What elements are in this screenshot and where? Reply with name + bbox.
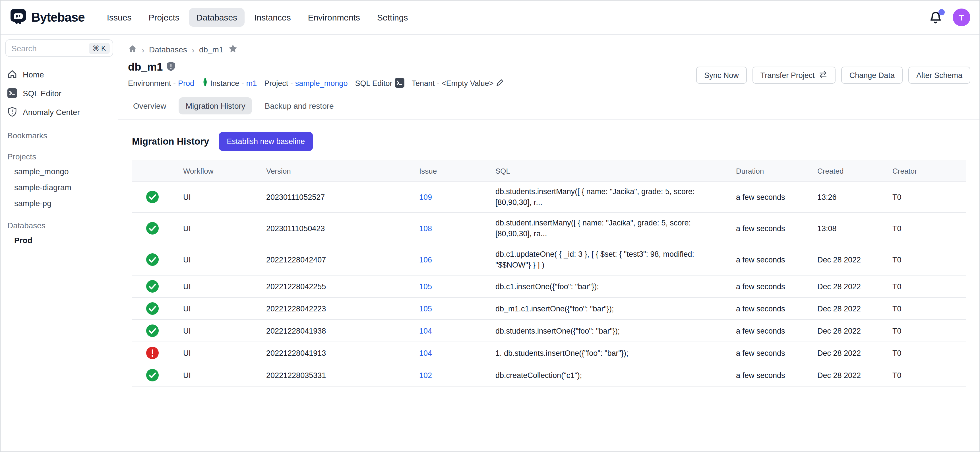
main-content: › Databases › db_m1 db_m1 (118, 35, 980, 452)
instance-link[interactable]: m1 (246, 79, 257, 88)
table-header-row: WorkflowVersionIssueSQLDurationCreatedCr… (132, 161, 966, 182)
version-cell: 20221228042255 (266, 276, 419, 296)
topnav-item-issues[interactable]: Issues (100, 8, 139, 27)
mongodb-leaf-icon (202, 77, 208, 89)
version-cell: 20221228035331 (266, 365, 419, 385)
home-icon (7, 69, 17, 79)
created-cell: Dec 28 2022 (817, 299, 892, 318)
breadcrumb-databases[interactable]: Databases (149, 45, 187, 54)
created-cell: 13:08 (817, 218, 892, 238)
search-input[interactable]: Search ⌘ K (5, 39, 113, 57)
chevron-right-icon: › (142, 45, 145, 54)
sidebar-item-sample-diagram[interactable]: sample-diagram (0, 179, 118, 195)
app-window: Bytebase IssuesProjectsDatabasesInstance… (0, 0, 980, 452)
sidebar-item-label: Home (23, 70, 44, 79)
topnav-item-projects[interactable]: Projects (141, 8, 186, 27)
sidebar-item-anomaly-center[interactable]: Anomaly Center (0, 102, 118, 121)
workflow-cell: UI (183, 321, 266, 341)
establish-baseline-button[interactable]: Establish new baseline (219, 132, 313, 151)
duration-cell: a few seconds (736, 343, 817, 363)
table-row[interactable]: UI20221228041938104db.students.insertOne… (132, 320, 966, 342)
tab-backup-and-restore[interactable]: Backup and restore (258, 97, 341, 114)
star-icon[interactable] (228, 44, 238, 55)
chevron-right-icon: › (192, 45, 194, 54)
search-shortcut-badge: ⌘ K (88, 42, 110, 54)
tab-overview[interactable]: Overview (126, 97, 173, 114)
sql-cell: db.students.insertMany([ { name: "Jacika… (495, 182, 736, 212)
issue-link[interactable]: 104 (419, 349, 432, 357)
creator-cell: T0 (892, 218, 966, 238)
creator-cell: T0 (892, 187, 966, 207)
sidebar-item-prod[interactable]: Prod (0, 232, 118, 248)
change-data-button[interactable]: Change Data (842, 67, 903, 84)
created-cell: Dec 28 2022 (817, 250, 892, 270)
version-cell: 20230111050423 (266, 218, 419, 238)
button-label: Sync Now (704, 71, 739, 80)
created-cell: Dec 28 2022 (817, 343, 892, 363)
issue-link[interactable]: 102 (419, 371, 432, 379)
issue-link[interactable]: 105 (419, 282, 432, 291)
button-label: Transfer Project (760, 71, 815, 80)
pencil-icon[interactable] (496, 78, 504, 88)
status-cell (132, 342, 183, 364)
environment-link[interactable]: Prod (178, 79, 194, 88)
issue-link[interactable]: 106 (419, 255, 432, 264)
sync-now-button[interactable]: Sync Now (696, 67, 747, 84)
issue-cell: 108 (419, 218, 495, 238)
table-row[interactable]: UI20230111052527109db.students.insertMan… (132, 182, 966, 213)
button-label: Alter Schema (916, 71, 963, 80)
topnav-item-settings[interactable]: Settings (370, 8, 415, 27)
created-cell: Dec 28 2022 (817, 276, 892, 296)
table-row[interactable]: UI20221228042223105db_m1.c1.insertOne({"… (132, 298, 966, 320)
status-cell (132, 276, 183, 297)
shield-alert-icon (167, 61, 175, 73)
issue-link[interactable]: 105 (419, 304, 432, 313)
sidebar-item-sql-editor[interactable]: SQL Editor (0, 84, 118, 102)
sidebar-item-sample-pg[interactable]: sample-pg (0, 195, 118, 211)
sidebar-item-sample-mongo[interactable]: sample_mongo (0, 163, 118, 179)
sidebar-item-label: SQL Editor (23, 88, 61, 97)
topnav-item-databases[interactable]: Databases (189, 8, 245, 27)
brand[interactable]: Bytebase (10, 8, 85, 27)
home-icon[interactable] (128, 44, 137, 55)
status-cell (132, 186, 183, 208)
table-row[interactable]: UI202212280419131041. db.students.insert… (132, 342, 966, 364)
topbar-right: T (929, 8, 970, 26)
sql-cell: db.c1.updateOne( { _id: 3 }, [ { $set: {… (495, 244, 736, 275)
bell-icon[interactable] (929, 11, 942, 24)
table-row[interactable]: UI20221228042255105db.c1.insertOne({"foo… (132, 276, 966, 298)
transfer-project-button[interactable]: Transfer Project (752, 67, 836, 84)
column-header-workflow: Workflow (183, 161, 266, 181)
tab-migration-history[interactable]: Migration History (179, 97, 252, 114)
column-header-status (132, 166, 183, 176)
swap-arrows-icon (819, 70, 828, 80)
sidebar-item-home[interactable]: Home (0, 65, 118, 84)
column-header-version: Version (266, 161, 419, 181)
sql-editor-link[interactable]: SQL Editor (355, 78, 404, 89)
issue-link[interactable]: 108 (419, 224, 432, 233)
creator-cell: T0 (892, 365, 966, 385)
issue-link[interactable]: 104 (419, 326, 432, 335)
status-cell (132, 217, 183, 239)
table-row[interactable]: UI20221228035331102db.createCollection("… (132, 364, 966, 387)
avatar[interactable]: T (953, 8, 970, 26)
sidebar: Search ⌘ K HomeSQL EditorAnomaly Center … (0, 35, 118, 452)
workflow-cell: UI (183, 343, 266, 363)
migration-history-table: WorkflowVersionIssueSQLDurationCreatedCr… (132, 161, 966, 387)
table-row[interactable]: UI20221228042407106db.c1.updateOne( { _i… (132, 244, 966, 276)
topnav-item-instances[interactable]: Instances (247, 8, 298, 27)
sidebar-section-databases: DatabasesProd (0, 219, 118, 248)
alter-schema-button[interactable]: Alter Schema (908, 67, 970, 84)
breadcrumb-db-m1[interactable]: db_m1 (199, 45, 224, 54)
table-row[interactable]: UI20230111050423108db.student.insertMany… (132, 213, 966, 244)
sql-cell: db.c1.insertOne({"foo": "bar"}); (495, 276, 736, 296)
tab-bar: Overview Migration History Backup and re… (118, 89, 980, 119)
sql-cell: db.createCollection("c1"); (495, 365, 736, 385)
issue-link[interactable]: 109 (419, 193, 432, 201)
created-cell: 13:26 (817, 187, 892, 207)
project-link[interactable]: sample_mongo (295, 79, 348, 88)
duration-cell: a few seconds (736, 299, 817, 318)
page-title: db_m1 (128, 61, 163, 73)
sql-cell: db.students.insertOne({"foo": "bar"}); (495, 321, 736, 341)
topnav-item-environments[interactable]: Environments (301, 8, 368, 27)
